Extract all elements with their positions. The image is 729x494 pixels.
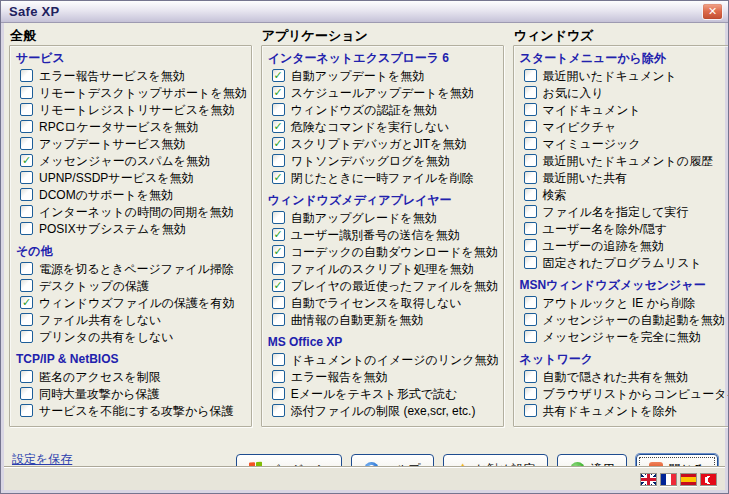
checkbox[interactable] (524, 387, 537, 400)
checkbox-row[interactable]: ✓危険なコマンドを実行しない (268, 118, 499, 135)
checkbox-row[interactable]: ファイル名を指定して実行 (520, 203, 729, 220)
checkbox-row[interactable]: ✓自動アップデートを無効 (268, 67, 499, 84)
checkbox[interactable] (272, 103, 285, 116)
checkbox-row[interactable]: ✓プレイヤの最近使ったファイルを無効 (268, 277, 499, 294)
checkbox-row[interactable]: プリンタの共有をしない (16, 328, 247, 345)
checkbox-row[interactable]: 自動アップグレードを無効 (268, 209, 499, 226)
checkbox[interactable] (272, 154, 285, 167)
checkbox-row[interactable]: エラー報告を無効 (268, 368, 499, 385)
checkbox[interactable]: ✓ (272, 86, 285, 99)
checkbox-row[interactable]: 最近開いたドキュメントの履歴 (520, 152, 729, 169)
checkbox[interactable] (524, 330, 537, 343)
spain-flag-icon[interactable] (680, 473, 697, 486)
checkbox[interactable] (272, 404, 285, 417)
checkbox[interactable] (524, 222, 537, 235)
checkbox-row[interactable]: ファイル共有をしない (16, 311, 247, 328)
checkbox[interactable]: ✓ (272, 245, 285, 258)
checkbox[interactable]: ✓ (272, 120, 285, 133)
checkbox[interactable] (20, 69, 33, 82)
checkbox[interactable] (272, 296, 285, 309)
turkey-flag-icon[interactable] (700, 473, 717, 486)
checkbox[interactable] (20, 404, 33, 417)
checkbox-row[interactable]: インターネットの時間の同期を無効 (16, 203, 247, 220)
checkbox-row[interactable]: ファイルのスクリプト処理を無効 (268, 260, 499, 277)
checkbox[interactable] (524, 86, 537, 99)
checkbox-row[interactable]: 添付ファイルの制限 (exe,scr, etc.) (268, 402, 499, 419)
checkbox-row[interactable]: エラー報告サービスを無効 (16, 67, 247, 84)
checkbox[interactable]: ✓ (272, 171, 285, 184)
checkbox[interactable] (20, 137, 33, 150)
checkbox[interactable] (524, 171, 537, 184)
checkbox-row[interactable]: ✓スクリプトデバッガとJITを無効 (268, 135, 499, 152)
checkbox-row[interactable]: アップデートサービス無効 (16, 135, 247, 152)
checkbox-row[interactable]: UPNP/SSDPサービスを無効 (16, 169, 247, 186)
checkbox-row[interactable]: メッセンジャーの自動起動を無効 (520, 311, 729, 328)
checkbox[interactable]: ✓ (272, 137, 285, 150)
checkbox[interactable] (20, 387, 33, 400)
checkbox-row[interactable]: マイピクチャ (520, 118, 729, 135)
checkbox[interactable]: ✓ (20, 296, 33, 309)
france-flag-icon[interactable] (660, 473, 677, 486)
settings-link[interactable]: 設定を保存 (12, 451, 72, 468)
close-icon[interactable]: ✕ (702, 3, 723, 20)
checkbox[interactable] (20, 120, 33, 133)
checkbox[interactable] (20, 171, 33, 184)
checkbox[interactable] (20, 370, 33, 383)
checkbox-row[interactable]: Eメールをテキスト形式で読む (268, 385, 499, 402)
checkbox[interactable] (20, 222, 33, 235)
checkbox[interactable] (272, 370, 285, 383)
checkbox[interactable] (272, 387, 285, 400)
checkbox-row[interactable]: サービスを不能にする攻撃から保護 (16, 402, 247, 419)
checkbox-row[interactable]: POSIXサブシステムを無効 (16, 220, 247, 237)
checkbox[interactable] (524, 256, 537, 269)
checkbox[interactable] (524, 69, 537, 82)
checkbox-row[interactable]: ✓スケジュールアップデートを無効 (268, 84, 499, 101)
checkbox-row[interactable]: ✓ユーザー識別番号の送信を無効 (268, 226, 499, 243)
checkbox[interactable] (272, 353, 285, 366)
checkbox[interactable] (20, 86, 33, 99)
checkbox[interactable] (20, 330, 33, 343)
checkbox[interactable] (524, 239, 537, 252)
checkbox[interactable] (20, 103, 33, 116)
checkbox[interactable] (524, 296, 537, 309)
checkbox-row[interactable]: 固定されたプログラムリスト (520, 254, 729, 271)
checkbox-row[interactable]: 匿名のアクセスを制限 (16, 368, 247, 385)
checkbox[interactable] (524, 188, 537, 201)
checkbox-row[interactable]: マイミュージック (520, 135, 729, 152)
checkbox-row[interactable]: ウィンドウズの認証を無効 (268, 101, 499, 118)
checkbox[interactable] (20, 262, 33, 275)
checkbox-row[interactable]: リモートデスクトップサポートを無効 (16, 84, 247, 101)
checkbox[interactable] (524, 120, 537, 133)
checkbox[interactable] (524, 137, 537, 150)
checkbox-row[interactable]: RPCロケータサービスを無効 (16, 118, 247, 135)
checkbox-row[interactable]: 曲情報の自動更新を無効 (268, 311, 499, 328)
checkbox[interactable] (524, 103, 537, 116)
checkbox-row[interactable]: 検索 (520, 186, 729, 203)
checkbox[interactable] (20, 205, 33, 218)
checkbox[interactable]: ✓ (20, 154, 33, 167)
checkbox-row[interactable]: DCOMのサポートを無効 (16, 186, 247, 203)
checkbox-row[interactable]: 最近開いた共有 (520, 169, 729, 186)
checkbox-row[interactable]: ワトソンデバッグログを無効 (268, 152, 499, 169)
checkbox-row[interactable]: マイドキュメント (520, 101, 729, 118)
checkbox[interactable] (272, 313, 285, 326)
checkbox[interactable] (20, 188, 33, 201)
checkbox[interactable]: ✓ (272, 279, 285, 292)
checkbox[interactable]: ✓ (272, 228, 285, 241)
checkbox[interactable] (20, 313, 33, 326)
checkbox[interactable] (524, 205, 537, 218)
checkbox-row[interactable]: お気に入り (520, 84, 729, 101)
checkbox-row[interactable]: ユーザーの追跡を無効 (520, 237, 729, 254)
checkbox[interactable] (272, 262, 285, 275)
checkbox-row[interactable]: アウトルックと IE から削除 (520, 294, 729, 311)
checkbox-row[interactable]: ✓ウィンドウズファイルの保護を有効 (16, 294, 247, 311)
checkbox-row[interactable]: 自動でライセンスを取得しない (268, 294, 499, 311)
checkbox-row[interactable]: リモートレジストリサービスを無効 (16, 101, 247, 118)
checkbox[interactable] (524, 370, 537, 383)
checkbox[interactable]: ✓ (272, 69, 285, 82)
checkbox-row[interactable]: デスクトップの保護 (16, 277, 247, 294)
checkbox-row[interactable]: 自動で隠された共有を無効 (520, 368, 729, 385)
uk-flag-icon[interactable] (640, 473, 657, 486)
checkbox-row[interactable]: 共有ドキュメントを除外 (520, 402, 729, 419)
checkbox-row[interactable]: メッセンジャーを完全に無効 (520, 328, 729, 345)
